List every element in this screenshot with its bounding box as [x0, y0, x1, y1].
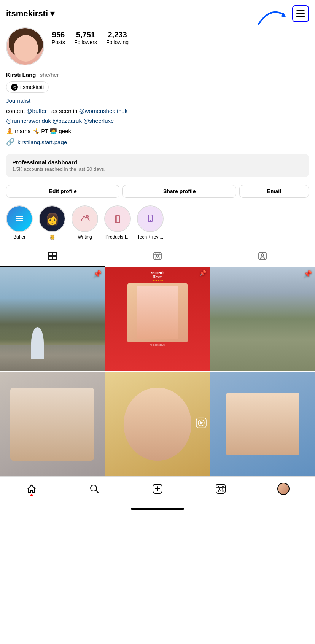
svg-rect-32 [216, 484, 225, 493]
svg-point-10 [150, 220, 151, 221]
followers-stat[interactable]: 5,751 Followers [74, 30, 97, 45]
svg-point-35 [222, 486, 224, 487]
grid-cell-1[interactable]: 📌 [0, 267, 105, 371]
svg-point-19 [155, 258, 156, 259]
followers-label: Followers [74, 39, 97, 45]
name-row: Kirsti Lang she/her [6, 72, 309, 78]
highlight-tech[interactable]: Tech + revi... [137, 205, 164, 240]
emoji-display: 👩 [40, 206, 65, 231]
highlight-circle-writing [72, 205, 98, 232]
pin-icon-3: 📌 [304, 270, 312, 278]
svg-point-17 [155, 254, 156, 255]
following-count: 2,233 [106, 30, 129, 39]
tab-reels[interactable] [105, 246, 210, 267]
svg-rect-2 [16, 216, 23, 217]
home-icon [26, 483, 37, 494]
products-icon-container [105, 206, 130, 231]
highlight-label-tech: Tech + revi... [137, 234, 163, 240]
threads-badge[interactable]: @ itsmekirsti [6, 81, 49, 93]
avatar-image [7, 28, 43, 65]
svg-rect-3 [16, 218, 23, 219]
threads-handle: itsmekirsti [20, 84, 44, 90]
grid-cell-2[interactable]: 📌 women'sHealth BACK AT IT! THE SEX ISSU… [105, 267, 210, 371]
hamburger-line [296, 16, 305, 17]
dashboard-subtitle: 1.5K accounts reached in the last 30 day… [12, 166, 303, 172]
sheerluxe-link[interactable]: @sheerluxe [83, 118, 114, 124]
username-text: itsmekirsti [6, 9, 48, 19]
grid-cell-3[interactable]: 📌 [210, 267, 315, 371]
posts-label: Posts [52, 39, 65, 45]
highlight-writing[interactable]: Writing [72, 205, 98, 240]
highlight-products[interactable]: Products I... [104, 205, 131, 240]
home-indicator [131, 508, 184, 510]
posts-count: 956 [52, 30, 65, 39]
following-label: Following [106, 39, 129, 45]
nav-profile[interactable] [274, 480, 293, 497]
svg-point-23 [261, 254, 264, 256]
runnersworlduk-link[interactable]: @runnersworlduk [6, 118, 51, 124]
buffer-link[interactable]: @buffer [26, 108, 46, 114]
profile-avatar-nav [277, 483, 290, 495]
website-link[interactable]: kirstilang.start.page [18, 139, 67, 145]
highlight-label-writing: Writing [78, 234, 92, 240]
highlight-buffer[interactable]: Buffer [6, 205, 33, 240]
highlight-circle-emoji: 👩 [39, 205, 65, 232]
menu-button[interactable] [292, 5, 309, 22]
svg-rect-15 [154, 252, 161, 260]
header-icons [292, 5, 309, 22]
nav-create[interactable] [148, 480, 167, 497]
nav-reels[interactable] [211, 480, 231, 497]
tab-tagged[interactable] [210, 246, 315, 267]
search-icon [89, 483, 100, 494]
hamburger-line [296, 10, 305, 11]
svg-rect-11 [49, 252, 52, 256]
bio-line2: content @buffer | as seen in @womensheal… [6, 107, 309, 116]
edit-profile-button[interactable]: Edit profile [6, 185, 119, 198]
reels-nav-icon [215, 483, 226, 494]
tab-grid[interactable] [0, 246, 105, 267]
svg-point-36 [218, 490, 219, 492]
following-stat[interactable]: 2,233 Following [106, 30, 129, 45]
highlight-emoji[interactable]: 👩 👸 [39, 205, 65, 240]
highlight-circle-products [104, 205, 131, 232]
nav-home[interactable] [22, 480, 41, 497]
bio-link-row[interactable]: 🔗 kirstilang.start.page [6, 138, 309, 146]
svg-rect-12 [53, 252, 56, 256]
svg-marker-26 [200, 421, 204, 425]
username-row[interactable]: itsmekirsti ▾ [6, 9, 54, 19]
bio-journalist: Journalist [6, 97, 309, 105]
share-profile-button[interactable]: Share profile [123, 185, 236, 198]
womenshealthuk-link[interactable]: @womenshealthuk [79, 108, 127, 114]
play-icon-5 [196, 418, 207, 431]
posts-stat[interactable]: 956 Posts [52, 30, 65, 45]
writing-icon-container [72, 206, 97, 231]
highlight-label-emoji: 👸 [49, 234, 55, 240]
nav-search[interactable] [84, 480, 104, 497]
display-name: Kirsti Lang [6, 72, 36, 78]
journalist-link[interactable]: Journalist [6, 97, 30, 104]
chevron-down-icon: ▾ [50, 9, 54, 19]
tech-icon-container [138, 206, 163, 231]
tagged-icon [258, 251, 267, 261]
highlights-row: Buffer 👩 👸 Writing [0, 202, 315, 246]
highlight-circle-buffer [6, 205, 33, 232]
svg-point-37 [222, 490, 224, 492]
bazaaruk-link[interactable]: @bazaaruk [52, 118, 82, 124]
grid-cell-4[interactable] [0, 372, 105, 477]
svg-rect-4 [16, 220, 23, 221]
svg-point-18 [159, 254, 160, 255]
email-button[interactable]: Email [239, 185, 309, 198]
svg-rect-6 [115, 216, 120, 223]
grid-cell-6[interactable] [210, 372, 315, 477]
hamburger-line [296, 13, 305, 14]
professional-dashboard[interactable]: Professional dashboard 1.5K accounts rea… [6, 154, 309, 177]
highlight-circle-tech [137, 205, 164, 232]
svg-point-34 [218, 486, 219, 487]
avatar[interactable] [6, 27, 44, 65]
followers-count: 5,751 [74, 30, 97, 39]
bio-line4: 🧘 mama 🤸 PT 🧑‍💻 geek [6, 127, 309, 136]
grid-cell-5[interactable] [105, 372, 210, 477]
highlight-label-products: Products I... [105, 234, 130, 240]
svg-line-28 [96, 490, 99, 493]
link-icon: 🔗 [6, 138, 14, 146]
